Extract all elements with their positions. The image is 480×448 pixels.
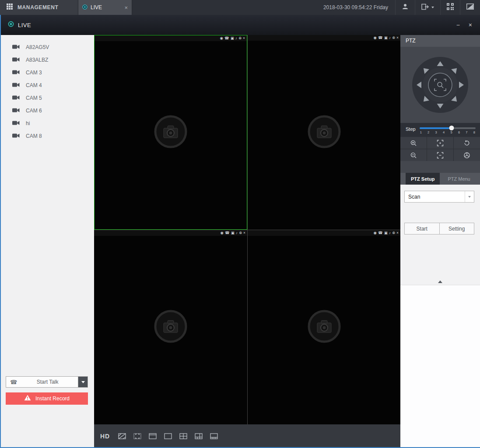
theme-icon: [466, 4, 474, 11]
iris-icon: [463, 152, 470, 159]
stream-icon[interactable]: ◉: [220, 35, 223, 41]
close-icon[interactable]: ×: [396, 230, 399, 236]
step-tick: 4: [443, 131, 445, 134]
tab-ptz-menu[interactable]: PTZ Menu: [448, 173, 470, 185]
four-split-icon[interactable]: [179, 431, 188, 441]
step-tick: 8: [473, 131, 475, 134]
talk-icon[interactable]: ☎: [225, 230, 230, 236]
close-icon[interactable]: ×: [243, 230, 245, 236]
video-camera-icon: [12, 107, 20, 115]
stream-icon[interactable]: ◉: [374, 230, 377, 236]
ptz-panel: PTZ: [400, 35, 480, 448]
step-tick: 5: [450, 131, 452, 134]
camera-item-2[interactable]: A83ALBZ: [0, 53, 94, 66]
talk-icon[interactable]: ☎: [224, 35, 229, 41]
camera-list: A82AG5V A83ALBZ CAM 3 CAM 4 CAM 5: [0, 35, 94, 142]
tab-close-icon[interactable]: ×: [124, 5, 128, 10]
audio-icon[interactable]: ♪: [236, 230, 238, 236]
user-button[interactable]: [396, 0, 415, 15]
one-split-main-icon[interactable]: [148, 431, 158, 441]
start-talk-button[interactable]: ☎ Start Talk: [6, 376, 88, 388]
focus-near-icon: [437, 152, 444, 159]
talk-icon[interactable]: ☎: [378, 230, 383, 236]
rotate-button[interactable]: [454, 137, 480, 149]
iris-button[interactable]: [454, 149, 480, 161]
snapshot-icon[interactable]: ▣: [384, 230, 388, 236]
camera-item-5[interactable]: CAM 5: [0, 91, 94, 104]
ptz-joystick[interactable]: [400, 47, 480, 123]
talk-icon[interactable]: ☎: [378, 35, 383, 41]
camera-item-6[interactable]: CAM 6: [0, 104, 94, 117]
camera-label: hi: [26, 120, 30, 126]
focus-near-button[interactable]: [427, 149, 453, 161]
audio-icon[interactable]: ♪: [389, 230, 391, 236]
chevron-down-icon: [81, 381, 85, 383]
eight-split-icon[interactable]: [209, 431, 219, 441]
tab-live[interactable]: LIVE ×: [78, 0, 132, 15]
step-tick: 7: [466, 131, 467, 134]
six-split-icon[interactable]: [194, 431, 203, 441]
video-cell-2[interactable]: ◉ ☎ ▣ ♪ ⊕ ×: [248, 35, 400, 230]
one-split-icon[interactable]: [163, 431, 173, 441]
logout-button[interactable]: [415, 0, 440, 15]
focus-far-button[interactable]: [427, 137, 453, 149]
stream-icon[interactable]: ◉: [221, 230, 224, 236]
snapshot-icon[interactable]: ▣: [231, 35, 234, 41]
ptz-joystick-icon: [411, 56, 469, 114]
camera-item-4[interactable]: CAM 4: [0, 79, 94, 91]
zoom-in-button[interactable]: [400, 137, 427, 149]
hd-quality-button[interactable]: HD: [100, 433, 110, 440]
close-button[interactable]: ×: [469, 22, 472, 28]
instant-record-button[interactable]: Instant Record: [6, 392, 88, 405]
ptz-collapse-toggle[interactable]: [400, 279, 480, 285]
slider-thumb[interactable]: [449, 126, 454, 130]
digital-zoom-icon[interactable]: ⊕: [238, 35, 242, 41]
video-toolbar: HD: [94, 424, 400, 448]
management-menu-button[interactable]: MANAGEMENT: [0, 0, 78, 15]
camera-label: CAM 8: [26, 133, 42, 139]
minimize-button[interactable]: −: [456, 22, 460, 28]
qr-code-button[interactable]: [441, 0, 460, 15]
video-cell-1[interactable]: ◉ ☎ ▣ ♪ ⊕ ×: [94, 35, 247, 230]
fullscreen-icon[interactable]: [133, 431, 142, 441]
zoom-out-button[interactable]: [400, 149, 427, 161]
ptz-setup-content: Scan Start Setting: [400, 185, 480, 279]
video-cell-4[interactable]: ◉ ☎ ▣ ♪ ⊕ ×: [248, 230, 400, 424]
snapshot-icon[interactable]: ▣: [231, 230, 235, 236]
audio-icon[interactable]: ♪: [389, 35, 391, 41]
camera-item-3[interactable]: CAM 3: [0, 66, 94, 79]
video-cell-3[interactable]: ◉ ☎ ▣ ♪ ⊕ ×: [94, 230, 247, 424]
live-title-bar: LIVE − ×: [0, 15, 480, 35]
setting-button[interactable]: Setting: [439, 223, 475, 234]
audio-icon[interactable]: ♪: [235, 35, 237, 41]
live-tab-label: LIVE: [91, 4, 102, 10]
stream-icon[interactable]: ◉: [374, 35, 377, 41]
step-tick: 1: [420, 131, 422, 134]
slider-fill: [420, 127, 452, 129]
camera-item-1[interactable]: A82AG5V: [0, 41, 94, 53]
original-scale-icon[interactable]: [117, 431, 127, 441]
video-area: ◉ ☎ ▣ ♪ ⊕ ×: [94, 35, 400, 448]
step-slider[interactable]: 1 2 3 4 5 6 7 8: [420, 126, 476, 137]
start-talk-dropdown[interactable]: [78, 377, 88, 387]
close-icon[interactable]: ×: [396, 35, 399, 41]
ptz-function-select[interactable]: Scan: [404, 191, 474, 203]
camera-item-7[interactable]: hi: [0, 117, 94, 130]
tab-ptz-setup[interactable]: PTZ Setup: [406, 173, 440, 185]
slider-track[interactable]: [420, 127, 476, 129]
digital-zoom-icon[interactable]: ⊕: [392, 35, 395, 41]
camera-placeholder-icon: [154, 310, 187, 345]
start-button[interactable]: Start: [404, 223, 440, 234]
snapshot-icon[interactable]: ▣: [384, 35, 388, 41]
video-camera-icon: [12, 94, 20, 102]
top-bar-right: 2018-03-30 09:54:22 Friday: [323, 0, 480, 15]
digital-zoom-icon[interactable]: ⊕: [392, 230, 395, 236]
instant-record-label: Instant Record: [35, 396, 70, 402]
camera-item-8[interactable]: CAM 8: [0, 130, 94, 142]
camera-label: CAM 4: [26, 82, 42, 88]
camera-label: CAM 5: [26, 95, 42, 101]
theme-button[interactable]: [460, 0, 480, 15]
close-icon[interactable]: ×: [243, 35, 245, 41]
digital-zoom-icon[interactable]: ⊕: [239, 230, 242, 236]
video-camera-icon: [12, 43, 20, 51]
